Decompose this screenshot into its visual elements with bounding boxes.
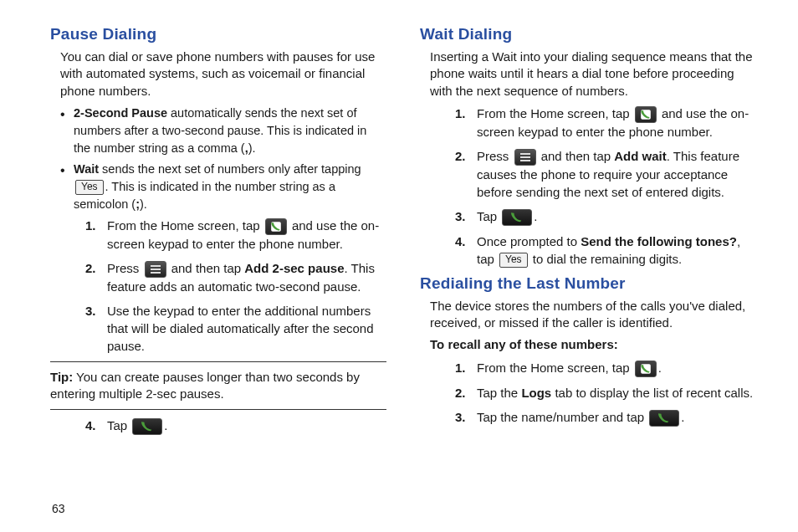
step-1: From the Home screen, tap and use the on… [85,217,386,253]
heading-wait-dialing: Wait Dialing [420,25,756,43]
call-button-icon [502,209,532,226]
label-add-2sec: Add 2-sec pause [244,261,344,275]
tip-text: You can create pauses longer than two se… [50,370,360,401]
step-4: Tap . [85,417,386,435]
left-column: Pause Dialing You can dial or save phone… [50,25,386,519]
menu-key-icon [145,261,166,278]
rstep-2: Tap the Logs tab to display the list of … [455,384,756,402]
txt: . This is indicated in the number string… [74,180,335,211]
txt: and then tap [538,149,615,163]
wstep-1: From the Home screen, tap and use the on… [455,105,756,141]
wait-intro: Inserting a Wait into your dialing seque… [430,49,756,100]
txt: Tap [107,418,130,432]
call-button-icon [649,410,679,427]
txt: tab to display the list of recent calls. [551,386,753,400]
redial-intro: The device stores the numbers of the cal… [430,298,756,332]
menu-key-icon [514,149,536,166]
yes-button-icon: Yes [75,180,104,195]
step-2: Press and then tap Add 2-sec pause. This… [85,259,386,295]
txt: ). [248,141,256,155]
wstep-3: Tap . [455,207,756,226]
bullet-2sec-pause: 2-Second Pause automatically sends the n… [60,105,386,157]
txt: Press [107,261,143,275]
step-3: Use the keypad to enter the additional n… [85,302,386,355]
label-2sec-pause: 2-Second Pause [74,106,167,120]
label-add-wait: Add wait [614,149,667,163]
page-number: 63 [52,502,65,515]
right-column: Wait Dialing Inserting a Wait into your … [420,25,756,519]
call-button-icon [132,418,162,435]
divider-bottom [50,409,386,410]
pause-bullet-list: 2-Second Pause automatically sends the n… [60,105,386,213]
tip-block: Tip: You can create pauses longer than t… [50,369,386,403]
txt: . [658,361,662,375]
wstep-4: Once prompted to Send the following tone… [455,233,756,268]
phone-app-icon [635,361,657,377]
divider-top [50,361,386,362]
bullet-wait: Wait sends the next set of numbers only … [60,161,386,213]
tip-label: Tip: [50,370,73,384]
rstep-3: Tap the name/number and tap . [455,408,756,427]
label-send-tones: Send the following tones? [581,234,737,248]
txt: ). [140,197,147,211]
txt: From the Home screen, tap [477,106,633,120]
txt: . [534,209,537,223]
txt: . [164,418,167,432]
recall-heading: To recall any of these numbers: [430,336,756,353]
txt: Press [477,149,513,163]
txt: Once prompted to [477,234,581,248]
txt: sends the next set of numbers only after… [99,162,361,176]
wait-steps: From the Home screen, tap and use the on… [455,105,756,268]
pause-steps: From the Home screen, tap and use the on… [85,217,386,355]
txt: Tap [477,209,500,223]
txt: From the Home screen, tap [477,361,633,375]
txt: Tap the [477,386,521,400]
txt: . [681,410,684,424]
rstep-1: From the Home screen, tap . [455,359,756,377]
pause-intro: You can dial or save phone numbers with … [60,49,386,100]
wstep-2: Press and then tap Add wait. This featur… [455,147,756,201]
txt: to dial the remaining digits. [529,252,683,266]
heading-redial: Redialing the Last Number [420,274,756,293]
txt: Tap the name/number and tap [477,410,647,424]
page-columns: Pause Dialing You can dial or save phone… [50,25,756,519]
txt: From the Home screen, tap [107,218,263,233]
yes-button-icon: Yes [499,253,528,268]
txt: and then tap [168,261,245,275]
phone-app-icon [265,218,287,235]
heading-pause-dialing: Pause Dialing [50,25,386,43]
label-logs: Logs [521,386,551,400]
label-wait: Wait [74,162,99,176]
redial-steps: From the Home screen, tap . Tap the Logs… [455,359,756,427]
phone-app-icon [635,106,657,123]
pause-steps-continued: Tap . [85,417,386,435]
